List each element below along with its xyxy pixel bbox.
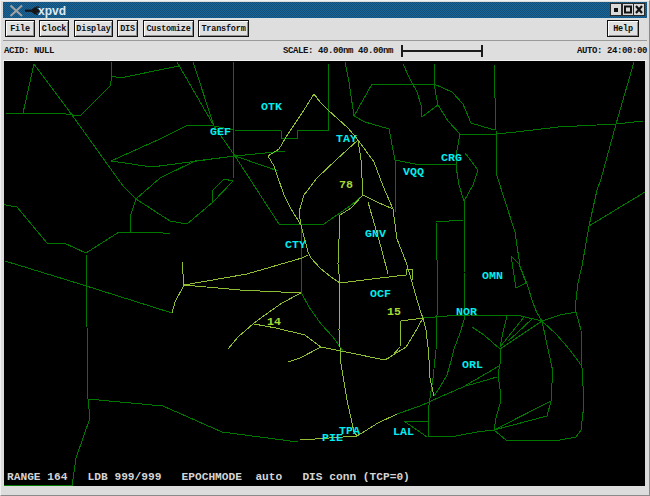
svg-text:GEF: GEF (210, 125, 231, 138)
svg-text:OCF: OCF (370, 287, 391, 300)
svg-text:OMN: OMN (482, 269, 503, 282)
svg-text:78: 78 (339, 178, 353, 191)
svg-text:VQQ: VQQ (403, 165, 424, 178)
svg-text:14: 14 (267, 315, 281, 328)
svg-text:GNV: GNV (365, 227, 386, 240)
svg-text:RANGE 164 LDB 999/999 EPOC: RANGE 164 LDB 999/999 EPOCHMODE auto DIS… (7, 471, 410, 483)
svg-text:NOR: NOR (456, 305, 477, 318)
svg-text:ORL: ORL (462, 358, 483, 371)
svg-text:CTY: CTY (285, 238, 306, 251)
svg-text:CRG: CRG (441, 151, 462, 164)
svg-text:OTK: OTK (261, 100, 282, 113)
svg-text:15: 15 (387, 305, 401, 318)
svg-text:LAL: LAL (393, 425, 414, 438)
svg-text:PIE: PIE (322, 431, 343, 444)
svg-text:TAY: TAY (336, 132, 357, 145)
